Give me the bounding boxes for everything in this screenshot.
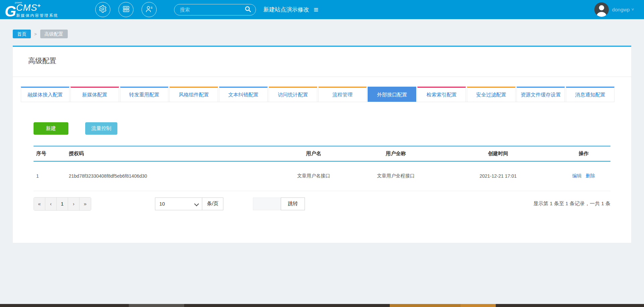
jump-page-input[interactable] [253,198,281,210]
breadcrumb-current: 高级配置 [40,30,68,38]
page-size-unit-label: 条/页 [202,198,223,210]
cell-actions: 编辑删除 [557,161,610,191]
breadcrumb: 首页 > 高级配置 [13,30,644,38]
col-full-name: 用户全称 [352,146,439,161]
cell-username: 文章用户名接口 [275,161,352,191]
chevron-down-icon: ˅ [631,7,634,12]
user-management-button[interactable] [142,2,157,17]
toolbar: 新建 流量控制 [34,122,610,135]
cell-index: 1 [34,161,64,191]
logo-power-label: power [15,0,22,7]
page-size-select[interactable]: 10 [155,198,202,210]
new-button[interactable]: 新建 [34,122,68,135]
edit-link[interactable]: 编辑 [572,173,582,178]
tab-new-media-config[interactable]: 新媒体配置 [70,87,119,102]
tab-external-api-config[interactable]: 外部接口配置 [368,87,416,102]
page-title: 高级配置 [13,47,631,77]
api-table: 序号 授权码 用户名 用户全称 创建时间 操作 1 21bd78f3233040… [34,146,610,191]
tab-search-index-config[interactable]: 检索索引配置 [417,87,466,102]
tab-workflow-management[interactable]: 流程管理 [318,87,367,102]
cell-created: 2021-12-21 17:01 [439,161,557,191]
site-name[interactable]: 新建站点演示修改 [263,6,309,13]
search-input[interactable] [180,7,244,12]
avatar [594,2,609,17]
col-created: 创建时间 [439,146,557,161]
cell-full-name: 文章用户全程接口 [352,161,439,191]
logo[interactable]: G powerCMS+ 新媒体内容管理系统 [5,1,58,18]
logo-plus: + [37,2,41,9]
taskbar-strip [0,304,644,307]
col-username: 用户名 [275,146,352,161]
tab-text-correction-config[interactable]: 文本纠错配置 [219,87,268,102]
col-index: 序号 [34,146,64,161]
last-page-button[interactable]: » [79,198,91,210]
next-page-button[interactable]: › [68,198,79,210]
page-size-select-wrap: 10 [155,198,202,210]
tab-media-access-config[interactable]: 融媒体接入配置 [21,87,69,102]
first-page-button[interactable]: « [34,198,45,210]
jump-button[interactable]: 跳转 [281,198,305,210]
breadcrumb-separator: > [34,32,37,37]
logo-subtitle: 新媒体内容管理系统 [16,13,58,18]
table-row: 1 21bd78f32330408f8df5eb6f81406d30 文章用户名… [34,161,610,191]
col-auth-code: 授权码 [64,146,275,161]
delete-link[interactable]: 删除 [586,173,595,178]
pager: « ‹ 1 › » [34,197,91,211]
logo-g-mark: G [5,5,15,18]
page-size-control: 10 条/页 [155,198,223,210]
username: dongwp [612,7,630,12]
breadcrumb-home[interactable]: 首页 [13,30,31,38]
server-panels-icon [122,5,130,14]
content-card: 高级配置 融媒体接入配置 新媒体配置 转发重用配置 风格组件配置 文本纠错配置 … [13,46,631,243]
tab-security-filter-config[interactable]: 安全过滤配置 [467,87,516,102]
search-box [174,4,256,15]
settings-button[interactable] [95,2,110,17]
col-actions: 操作 [557,146,610,161]
search-icon[interactable] [244,5,252,14]
user-menu[interactable]: dongwp ˅ [594,2,634,17]
prev-page-button[interactable]: ‹ [45,198,57,210]
flow-control-button[interactable]: 流量控制 [85,122,117,135]
modules-button[interactable] [118,2,133,17]
menu-icon[interactable]: ≡ [314,6,318,13]
config-tabs: 融媒体接入配置 新媒体配置 转发重用配置 风格组件配置 文本纠错配置 访问统计配… [21,87,614,102]
table-header-row: 序号 授权码 用户名 用户全称 创建时间 操作 [34,146,610,161]
tab-resource-cache-settings[interactable]: 资源文件缓存设置 [517,87,565,102]
page-number-button[interactable]: 1 [57,198,68,210]
jump-control: 跳转 [253,198,305,210]
user-list-icon [145,5,153,14]
title-divider [13,77,631,77]
tab-forward-reuse-config[interactable]: 转发重用配置 [120,87,169,102]
tab-access-stats-config[interactable]: 访问统计配置 [269,87,317,102]
record-summary: 显示第 1 条至 1 条记录，一共 1 条 [533,201,610,207]
gear-icon [99,5,107,14]
tab-style-component-config[interactable]: 风格组件配置 [169,87,218,102]
tab-message-notify-config[interactable]: 消息通知配置 [566,87,614,102]
pagination-bar: « ‹ 1 › » 10 条/页 跳转 显示第 1 条至 1 条记录，一共 1 … [34,197,610,211]
cell-auth-code: 21bd78f32330408f8df5eb6f81406d30 [64,161,275,191]
logo-text: powerCMS+ 新媒体内容管理系统 [16,1,58,18]
top-header: G powerCMS+ 新媒体内容管理系统 [0,0,644,19]
